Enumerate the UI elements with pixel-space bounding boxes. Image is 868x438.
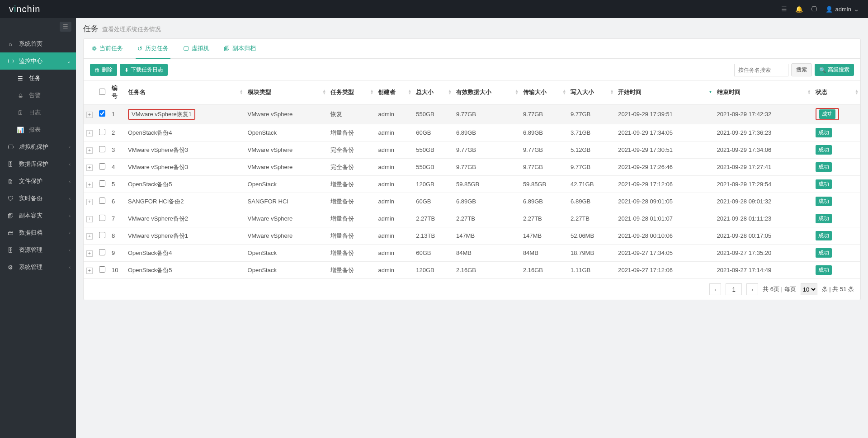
col-expand bbox=[84, 80, 95, 104]
row-checkbox[interactable] bbox=[99, 249, 105, 255]
tab-2[interactable]: 🖵虚拟机 bbox=[181, 39, 211, 59]
expand-row-button[interactable]: + bbox=[86, 233, 93, 240]
row-checkbox[interactable] bbox=[99, 266, 105, 273]
page-subtitle: 查看处理系统任务情况 bbox=[102, 26, 161, 33]
prev-page-button[interactable]: ‹ bbox=[709, 283, 721, 295]
row-checkbox[interactable] bbox=[99, 129, 105, 135]
sidebar-toggle[interactable]: ☰ bbox=[60, 22, 71, 32]
sidebar-item-9[interactable]: ⚙系统管理‹ bbox=[0, 259, 76, 276]
sidebar-item-7[interactable]: 🗃数据归档‹ bbox=[0, 224, 76, 241]
tab-0[interactable]: ❁当前任务 bbox=[90, 39, 125, 59]
cell-written: 52.06MB bbox=[568, 227, 615, 245]
col-name[interactable]: 任务名▲▼ bbox=[125, 80, 245, 104]
table-row[interactable]: +3VMware vSphere备份3VMware vSphere完全备份adm… bbox=[84, 141, 860, 159]
cell-type: 增量备份 bbox=[328, 176, 375, 193]
expand-row-button[interactable]: + bbox=[86, 268, 93, 274]
cell-creator: admin bbox=[375, 193, 413, 210]
col-total[interactable]: 总大小▲▼ bbox=[413, 80, 453, 104]
col-creator[interactable]: 创建者▲▼ bbox=[375, 80, 413, 104]
download-log-button[interactable]: ⬇下载任务日志 bbox=[120, 64, 168, 76]
cell-type: 增量备份 bbox=[328, 245, 375, 262]
next-page-button[interactable]: › bbox=[746, 283, 758, 295]
cell-valid: 9.77GB bbox=[453, 141, 520, 159]
submenu-item-3[interactable]: 📊报表 bbox=[0, 121, 76, 138]
row-checkbox[interactable] bbox=[99, 163, 105, 170]
sidebar-item-4[interactable]: 🗎文件保护‹ bbox=[0, 173, 76, 190]
row-checkbox[interactable] bbox=[99, 146, 105, 152]
page-size-select[interactable]: 10 bbox=[801, 283, 817, 295]
cell-total: 120GB bbox=[413, 262, 453, 279]
cell-transfer: 6.89GB bbox=[520, 124, 568, 141]
expand-row-button[interactable]: + bbox=[86, 165, 93, 171]
col-module[interactable]: 模块类型▲▼ bbox=[245, 80, 328, 104]
col-end[interactable]: 结束时间▲▼ bbox=[714, 80, 813, 104]
menu-icon: 🛡 bbox=[6, 195, 14, 202]
cell-name: OpenStack备份5 bbox=[125, 176, 245, 193]
submenu-item-2[interactable]: 🗓日志 bbox=[0, 104, 76, 121]
submenu-item-0[interactable]: ☰任务 bbox=[0, 70, 76, 87]
col-written[interactable]: 写入大小▲▼ bbox=[568, 80, 615, 104]
col-status[interactable]: 状态▲▼ bbox=[813, 80, 860, 104]
sidebar-item-8[interactable]: 🗄资源管理‹ bbox=[0, 241, 76, 259]
sidebar-item-3[interactable]: 🗄数据库保护‹ bbox=[0, 155, 76, 173]
cell-creator: admin bbox=[375, 227, 413, 245]
search-button[interactable]: 搜索 bbox=[791, 63, 812, 76]
row-checkbox[interactable] bbox=[99, 198, 105, 204]
expand-row-button[interactable]: + bbox=[86, 250, 93, 257]
list-icon[interactable]: ☰ bbox=[781, 5, 787, 13]
sidebar-item-6[interactable]: 🗐副本容灾‹ bbox=[0, 207, 76, 224]
submenu-item-1[interactable]: 🕭告警 bbox=[0, 87, 76, 104]
cell-num: 7 bbox=[109, 210, 125, 227]
page-input[interactable] bbox=[726, 283, 742, 295]
expand-row-button[interactable]: + bbox=[86, 216, 93, 222]
col-num[interactable]: 编号 bbox=[109, 80, 125, 104]
table-row[interactable]: +10OpenStack备份5OpenStack增量备份admin120GB2.… bbox=[84, 262, 860, 279]
menu-icon: 🗃 bbox=[6, 230, 14, 236]
expand-row-button[interactable]: + bbox=[86, 182, 93, 188]
expand-row-button[interactable]: + bbox=[86, 130, 93, 137]
sort-icon: ▲▼ bbox=[448, 89, 452, 95]
row-checkbox[interactable] bbox=[99, 110, 105, 117]
page-title: 任务查看处理系统任务情况 bbox=[83, 24, 861, 34]
table-row[interactable]: +6SANGFOR HCI备份2SANGFOR HCI增量备份admin60GB… bbox=[84, 193, 860, 210]
table-row[interactable]: +1VMware vSphere恢复1VMware vSphere恢复admin… bbox=[84, 104, 860, 124]
cell-status: 成功 bbox=[813, 141, 860, 159]
col-valid[interactable]: 有效数据大小▲▼ bbox=[453, 80, 520, 104]
cell-end: 2021-09-29 17:27:41 bbox=[714, 159, 813, 176]
advanced-search-button[interactable]: 🔍高级搜索 bbox=[815, 64, 854, 76]
col-start[interactable]: 开始时间▼ bbox=[615, 80, 714, 104]
delete-button[interactable]: 🗑删除 bbox=[90, 64, 117, 76]
cell-total: 2.13TB bbox=[413, 227, 453, 245]
cell-creator: admin bbox=[375, 176, 413, 193]
sidebar-item-0[interactable]: ⌂系统首页 bbox=[0, 35, 76, 52]
check-all[interactable] bbox=[99, 89, 105, 95]
bell-icon[interactable]: 🔔 bbox=[795, 5, 803, 13]
sidebar-item-2[interactable]: 🖵虚拟机保护‹ bbox=[0, 138, 76, 155]
row-checkbox[interactable] bbox=[99, 232, 105, 238]
cell-status: 成功 bbox=[813, 262, 860, 279]
tab-icon: ❁ bbox=[92, 45, 97, 52]
table-row[interactable]: +5OpenStack备份5OpenStack增量备份admin120GB59.… bbox=[84, 176, 860, 193]
expand-row-button[interactable]: + bbox=[86, 147, 93, 154]
col-transfer[interactable]: 传输大小▲▼ bbox=[520, 80, 568, 104]
tab-3[interactable]: 🗐副本归档 bbox=[222, 39, 258, 59]
table-row[interactable]: +9OpenStack备份4OpenStack增量备份admin60GB84MB… bbox=[84, 245, 860, 262]
sidebar-item-5[interactable]: 🛡实时备份‹ bbox=[0, 190, 76, 207]
expand-row-button[interactable]: + bbox=[86, 199, 93, 205]
row-checkbox[interactable] bbox=[99, 215, 105, 221]
cell-end: 2021-09-29 17:42:32 bbox=[714, 104, 813, 124]
table-row[interactable]: +7VMware vSphere备份2VMware vSphere增量备份adm… bbox=[84, 210, 860, 227]
status-badge: 成功 bbox=[816, 162, 832, 172]
table-row[interactable]: +4VMware vSphere备份3VMware vSphere完全备份adm… bbox=[84, 159, 860, 176]
row-checkbox[interactable] bbox=[99, 180, 105, 187]
tab-1[interactable]: ↺历史任务 bbox=[136, 39, 170, 59]
monitor-icon[interactable]: 🖵 bbox=[811, 5, 817, 13]
expand-row-button[interactable]: + bbox=[86, 112, 93, 118]
user-menu[interactable]: 👤 admin ⌄ bbox=[826, 6, 859, 13]
table-row[interactable]: +8VMware vSphere备份1VMware vSphere增量备份adm… bbox=[84, 227, 860, 245]
sidebar-item-1[interactable]: 🖵监控中心⌄ bbox=[0, 52, 76, 70]
table-row[interactable]: +2OpenStack备份4OpenStack增量备份admin60GB6.89… bbox=[84, 124, 860, 141]
col-type[interactable]: 任务类型▲▼ bbox=[328, 80, 375, 104]
search-input[interactable] bbox=[734, 64, 788, 76]
cell-start: 2021-09-28 01:01:07 bbox=[615, 210, 714, 227]
